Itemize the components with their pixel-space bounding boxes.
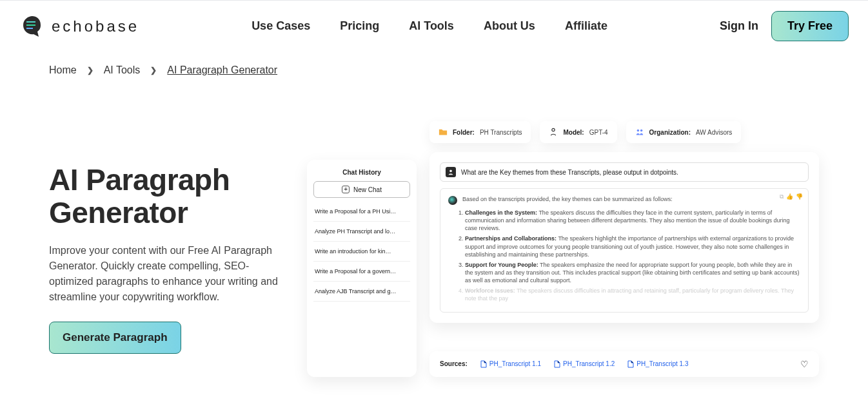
breadcrumb-current: AI Paragraph Generator [167, 64, 277, 76]
ai-theme-item: Challenges in the System: The speakers d… [465, 209, 800, 232]
chat-history-title: Chat History [313, 169, 410, 176]
brand-logo[interactable]: echobase [19, 14, 139, 39]
nav-right: Sign In Try Free [720, 11, 849, 41]
folder-pill: Folder: PH Transcripts [429, 121, 531, 143]
thumbs-down-icon[interactable]: 👎 [796, 193, 803, 200]
sources-panel: Sources: PH_Transcript 1.1 PH_Transcript… [429, 351, 819, 377]
page-title-line2: Generator [49, 196, 188, 229]
ai-intro-text: Based on the transcripts provided, the k… [462, 195, 673, 203]
org-value: AW Advisors [696, 129, 732, 136]
chat-history-panel: Chat History + New Chat Write a Proposal… [307, 160, 417, 377]
nav-pricing[interactable]: Pricing [340, 19, 379, 33]
folder-icon [439, 128, 448, 137]
document-icon [627, 360, 634, 368]
nav-use-cases[interactable]: Use Cases [252, 19, 310, 33]
generate-paragraph-button[interactable]: Generate Paragraph [49, 322, 181, 354]
breadcrumb-home[interactable]: Home [49, 64, 77, 76]
page-title-line1: AI Paragraph [49, 163, 230, 197]
svg-point-6 [449, 170, 452, 173]
try-free-button[interactable]: Try Free [771, 11, 849, 41]
svg-point-3 [552, 128, 555, 131]
source-link[interactable]: PH_Transcript 1.2 [554, 360, 615, 368]
ai-theme-item: Support for Young People: The speakers e… [465, 261, 800, 284]
user-message-row: What are the Key themes from these Trans… [440, 162, 809, 182]
nav-about-us[interactable]: About Us [484, 19, 535, 33]
nav-ai-tools[interactable]: AI Tools [409, 19, 454, 33]
source-link[interactable]: PH_Transcript 1.1 [480, 360, 541, 368]
plus-icon: + [342, 186, 350, 193]
org-pill: Organization: AW Advisors [626, 121, 742, 143]
breadcrumb: Home ❯ AI Tools ❯ AI Paragraph Generator [0, 52, 868, 76]
ai-themes-list: Challenges in the System: The speakers d… [465, 209, 800, 303]
user-message-text: What are the Key themes from these Trans… [461, 169, 678, 176]
svg-rect-0 [26, 21, 35, 23]
svg-point-5 [640, 130, 642, 132]
copy-icon[interactable]: ⧉ [780, 193, 784, 200]
context-pills: Folder: PH Transcripts Model: GPT-4 Orga… [429, 121, 819, 143]
page-title: AI Paragraph Generator [49, 164, 288, 229]
document-icon [480, 360, 487, 368]
document-icon [554, 360, 560, 368]
ai-actions: ⧉ 👍 👎 [780, 193, 803, 200]
nav-affiliate[interactable]: Affiliate [565, 19, 607, 33]
right-stack: Folder: PH Transcripts Model: GPT-4 Orga… [429, 121, 819, 377]
history-item[interactable]: Write a Proposal for a govern… [313, 262, 410, 282]
user-icon [446, 167, 456, 177]
history-item[interactable]: Write a Proposal for a PH Usi… [313, 202, 410, 222]
svg-rect-1 [26, 24, 35, 26]
org-label: Organization: [649, 129, 691, 136]
source-name: PH_Transcript 1.2 [563, 360, 615, 367]
svg-point-4 [636, 130, 639, 132]
source-name: PH_Transcript 1.3 [636, 360, 688, 367]
ai-theme-item: Workforce Issues: The speakers discuss d… [465, 287, 800, 302]
organization-icon [635, 128, 644, 137]
source-name: PH_Transcript 1.1 [489, 360, 541, 367]
logo-icon [19, 14, 45, 39]
history-item[interactable]: Analyze PH Transcript and lo… [313, 222, 410, 242]
new-chat-button[interactable]: + New Chat [313, 181, 410, 198]
model-icon [549, 128, 558, 137]
chat-panel: What are the Key themes from these Trans… [429, 152, 819, 323]
folder-label: Folder: [453, 129, 475, 136]
model-label: Model: [563, 129, 584, 136]
model-value: GPT-4 [589, 129, 608, 136]
source-link[interactable]: PH_Transcript 1.3 [627, 360, 688, 368]
hero-left: AI Paragraph Generator Improve your cont… [49, 115, 288, 354]
ai-theme-item: Partnerships and Collaborations: The spe… [465, 235, 800, 258]
sources-label: Sources: [440, 360, 468, 367]
breadcrumb-section[interactable]: AI Tools [104, 64, 141, 76]
thumbs-up-icon[interactable]: 👍 [786, 193, 793, 200]
folder-value: PH Transcripts [480, 129, 522, 136]
favorite-icon[interactable]: ♡ [800, 359, 809, 369]
svg-rect-2 [26, 28, 33, 29]
hero: AI Paragraph Generator Improve your cont… [0, 76, 868, 403]
chevron-right-icon: ❯ [150, 66, 157, 75]
nav-links: Use Cases Pricing AI Tools About Us Affi… [165, 19, 694, 33]
history-item[interactable]: Analyze AJB Transcript and g… [313, 282, 410, 302]
ai-response: ⧉ 👍 👎 Based on the transcripts provided,… [440, 188, 809, 313]
model-pill: Model: GPT-4 [540, 121, 616, 143]
history-item[interactable]: Write an introduction for kin… [313, 242, 410, 262]
chevron-right-icon: ❯ [87, 66, 94, 75]
hero-right: Chat History + New Chat Write a Proposal… [307, 115, 819, 377]
new-chat-label: New Chat [353, 186, 382, 193]
page-description: Improve your content with our Free AI Pa… [49, 243, 288, 305]
top-nav: echobase Use Cases Pricing AI Tools Abou… [0, 0, 868, 52]
signin-link[interactable]: Sign In [720, 19, 758, 33]
brand-name: echobase [52, 17, 139, 35]
ai-avatar-icon [448, 196, 457, 205]
